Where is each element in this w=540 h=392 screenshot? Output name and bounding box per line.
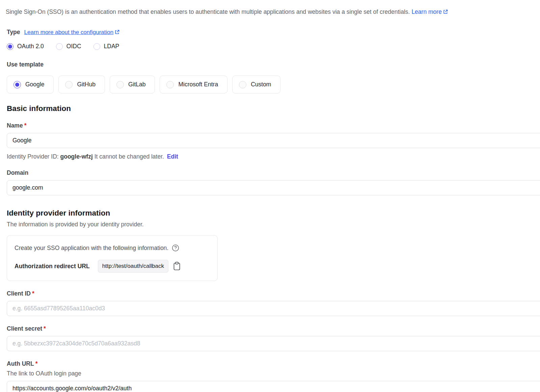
domain-input[interactable]	[7, 180, 540, 195]
required-asterisk: *	[24, 122, 27, 129]
learn-more-link[interactable]: Learn more	[411, 8, 448, 15]
client-id-label: Client ID*	[7, 290, 540, 297]
template-card-custom[interactable]: Custom	[232, 76, 280, 93]
template-card-gitlab[interactable]: GitLab	[110, 76, 155, 93]
required-asterisk: *	[44, 325, 46, 332]
type-label: Type	[7, 29, 20, 36]
domain-label: Domain	[7, 169, 540, 176]
external-link-icon	[114, 29, 120, 35]
idp-information-subtitle: The information is provided by your iden…	[7, 221, 540, 228]
radio-circle-icon	[116, 81, 124, 88]
template-cards: Google GitHub GitLab Microsoft Entra Cus…	[7, 76, 540, 93]
template-card-microsoft-entra[interactable]: Microsoft Entra	[160, 76, 227, 93]
configuration-doc-link[interactable]: Learn more about the configuration	[24, 29, 120, 36]
redirect-url-row: Authorization redirect URL http://test/o…	[15, 260, 210, 273]
client-secret-label: Client secret*	[7, 325, 540, 332]
radio-circle-icon	[239, 81, 246, 88]
auth-url-helper: The link to OAuth login page	[7, 370, 540, 377]
redirect-url-label: Authorization redirect URL	[15, 263, 90, 270]
client-id-input[interactable]	[7, 301, 540, 316]
sso-description-text: Single Sign-On (SSO) is an authenticatio…	[6, 8, 410, 15]
sso-card-instruction-row: Create your SSO application with the fol…	[15, 244, 210, 252]
identity-provider-id-value: google-wfzj	[60, 153, 93, 160]
auth-url-label: Auth URL*	[7, 360, 540, 367]
template-card-github[interactable]: GitHub	[58, 76, 105, 93]
external-link-icon	[443, 9, 448, 15]
copy-button[interactable]	[173, 261, 181, 271]
radio-oauth2[interactable]: OAuth 2.0	[7, 43, 44, 50]
radio-ldap[interactable]: LDAP	[93, 43, 119, 50]
sso-application-info-card: Create your SSO application with the fol…	[7, 235, 218, 281]
copy-icon	[173, 261, 181, 271]
sso-description: Single Sign-On (SSO) is an authenticatio…	[6, 8, 540, 16]
client-secret-input[interactable]	[7, 336, 540, 351]
radio-circle-icon	[166, 81, 174, 88]
auth-url-input[interactable]	[7, 381, 540, 392]
radio-circle-icon	[93, 43, 100, 50]
template-card-google[interactable]: Google	[7, 76, 54, 93]
redirect-url-value[interactable]: http://test/oauth/callback	[98, 260, 168, 273]
idp-information-title: Identity provider information	[7, 209, 540, 218]
sso-settings-page: Single Sign-On (SSO) is an authenticatio…	[0, 0, 540, 392]
radio-circle-selected-icon	[7, 43, 14, 50]
required-asterisk: *	[35, 360, 38, 367]
sso-card-instruction: Create your SSO application with the fol…	[15, 245, 168, 252]
help-icon[interactable]	[172, 244, 179, 252]
basic-information-title: Basic information	[7, 104, 540, 113]
required-asterisk: *	[32, 290, 34, 297]
radio-circle-selected-icon	[14, 81, 21, 88]
edit-idp-id-link[interactable]: Edit	[167, 153, 178, 160]
radio-circle-icon	[65, 81, 73, 88]
radio-oidc[interactable]: OIDC	[56, 43, 81, 50]
use-template-label: Use template	[7, 61, 540, 68]
radio-circle-icon	[56, 43, 63, 50]
type-row: Type Learn more about the configuration	[7, 29, 540, 36]
name-label: Name*	[7, 122, 540, 129]
type-options: OAuth 2.0 OIDC LDAP	[7, 43, 540, 50]
name-input[interactable]	[7, 133, 540, 148]
identity-provider-id-line: Identity Provider ID: google-wfzj It can…	[7, 153, 540, 160]
